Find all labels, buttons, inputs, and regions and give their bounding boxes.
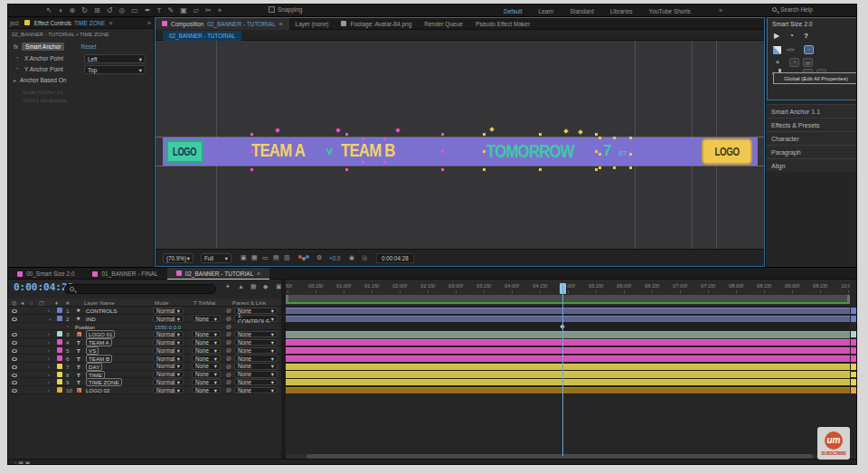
property-select-y-anchor-point[interactable]: Top▾	[84, 65, 146, 74]
workspace-tab-learn[interactable]: Learn	[539, 8, 554, 14]
transparency-grid-icon[interactable]: ▤	[273, 254, 279, 261]
timeline-tab-01-banner-final[interactable]: 01_BANNER - FINAL	[83, 268, 166, 280]
comp-subtab[interactable]: 02_BANNER - TUTORIAL	[163, 31, 241, 41]
composition-mini-flowchart-icon[interactable]: ✦	[225, 283, 231, 290]
code-icon[interactable]: </>	[787, 47, 795, 52]
anchor-point-icon[interactable]	[578, 129, 583, 135]
resolution-gear-icon[interactable]: ⚙	[316, 254, 322, 261]
tool-rotate-icon[interactable]: ↺	[107, 5, 113, 16]
tool-camera-icon[interactable]: ◎	[118, 5, 125, 16]
selection-handle[interactable]	[345, 168, 348, 171]
mode-select[interactable]: Normal▾	[153, 371, 184, 378]
layer-name[interactable]: TIME	[86, 371, 105, 379]
mode-select[interactable]: Normal▾	[153, 355, 184, 362]
magnification-select[interactable]: (70.9%)▾	[163, 253, 193, 263]
project-tab-partial[interactable]: ject	[8, 20, 19, 26]
selection-handle[interactable]	[629, 166, 632, 169]
layer-label-color[interactable]	[57, 364, 62, 369]
panel-menu-icon[interactable]: ≡	[257, 270, 260, 277]
pickwhip-icon[interactable]: @	[226, 316, 231, 321]
twirl-closed-icon[interactable]: ›	[48, 308, 50, 313]
banner-logo-right[interactable]: LOGO	[702, 138, 752, 165]
selection-handle[interactable]	[599, 166, 601, 169]
pickwhip-icon[interactable]: @	[226, 356, 231, 361]
mode-select[interactable]: Normal▾	[153, 331, 184, 338]
guides-icon[interactable]: ▥	[284, 254, 290, 261]
layer-row-day[interactable]: ›7TDAYNormal▾None▾@None▾	[8, 363, 281, 371]
selection-handle[interactable]	[539, 168, 542, 171]
panel-menu-icon[interactable]: ≡	[108, 20, 112, 26]
workspace-tab-standard[interactable]: Standard	[570, 8, 593, 14]
parent-select[interactable]: None▾	[234, 363, 278, 370]
play-icon[interactable]: ▶	[774, 32, 779, 40]
motion-blur-icon[interactable]: ◆	[263, 283, 268, 290]
work-area-bar[interactable]	[286, 295, 850, 302]
layer-row-team-b[interactable]: ›6TTEAM BNormal▾None▾@None▾	[8, 355, 281, 363]
subscribe-watermark[interactable]: um SUBSCRIBE	[817, 427, 850, 460]
layer-bar-logo-02[interactable]	[286, 387, 850, 393]
tool-puppet-icon[interactable]: ⌖	[218, 5, 222, 16]
show-snapshot-icon[interactable]: ◎	[362, 254, 367, 261]
track-area[interactable]	[286, 307, 850, 394]
visibility-eye-icon[interactable]	[12, 318, 17, 321]
viewer-tab-layer-none-[interactable]: Layer (none)	[289, 18, 335, 30]
layer-bar-day[interactable]	[286, 364, 850, 370]
selection-handle[interactable]	[362, 137, 364, 140]
selection-handle[interactable]	[250, 168, 253, 171]
layer-name[interactable]: TEAM A	[86, 338, 112, 346]
timeline-tab-00-smart-size-2-0[interactable]: 00_Smart Size 2.0	[8, 268, 83, 280]
exposure-value[interactable]: +0.0	[329, 255, 340, 261]
tool-zoom-icon[interactable]: ⊕	[70, 5, 76, 16]
parent-select[interactable]: None▾	[234, 331, 278, 338]
viewer-tab-footage-avatar-84-png[interactable]: Footage: Avatar-84.png	[335, 18, 418, 30]
layer-name[interactable]: CONTROLS	[86, 308, 117, 314]
selection-handle[interactable]	[613, 137, 616, 139]
effect-controls-tab[interactable]: Effect Controls	[34, 20, 71, 26]
visibility-eye-icon[interactable]	[12, 357, 17, 361]
layer-bar-ind[interactable]	[286, 316, 850, 322]
visibility-eye-icon[interactable]	[12, 333, 17, 337]
parent-select[interactable]: None▾	[234, 371, 278, 378]
banner-logo-left[interactable]: LOGO	[166, 140, 203, 163]
twirl-closed-icon[interactable]: ›	[48, 364, 50, 369]
property-value[interactable]: 1550.0,0.0	[155, 324, 181, 330]
selection-handle[interactable]	[441, 150, 444, 153]
draft3d-icon[interactable]: ▲	[238, 283, 244, 289]
layer-name[interactable]: LOGO 01	[86, 330, 115, 338]
trkmat-select[interactable]: None▾	[192, 387, 221, 394]
tool-clone-stamp-icon[interactable]: ▣	[180, 5, 187, 16]
layer-label-color[interactable]	[57, 379, 62, 384]
clock-button[interactable]: ◔	[789, 58, 799, 67]
workspace-tab-default[interactable]: Default	[504, 8, 523, 14]
tool-hand-icon[interactable]: ◖	[59, 5, 63, 16]
selection-handle[interactable]	[613, 166, 616, 169]
stopwatch-icon[interactable]: ◔	[15, 66, 19, 71]
anchor-point-icon[interactable]	[335, 128, 341, 133]
parent-select[interactable]: None▾	[234, 355, 278, 362]
effect-group-row[interactable]: ▸ Anchor Based On	[14, 77, 66, 83]
parent-select[interactable]: None▾	[234, 379, 278, 386]
trkmat-select[interactable]: None▾	[192, 331, 221, 338]
panel-effects-presets[interactable]: Effects & Presets	[766, 118, 857, 131]
vs-text[interactable]: v	[326, 144, 333, 157]
smart-size-title[interactable]: Smart Size 2.0	[768, 18, 857, 30]
visibility-eye-icon[interactable]	[12, 389, 17, 393]
twirl-closed-icon[interactable]: ›	[48, 372, 50, 377]
layer-label-color[interactable]	[57, 356, 62, 361]
layer-label-color[interactable]	[57, 331, 62, 337]
selection-handle[interactable]	[441, 168, 444, 171]
layer-bar-logo-01[interactable]	[286, 331, 850, 337]
layer-button[interactable]: ▭	[803, 58, 813, 67]
selection-handle[interactable]	[629, 137, 632, 139]
team-a-text[interactable]: TEAM A	[251, 139, 305, 161]
global-clock-button[interactable]: ◔	[804, 45, 814, 54]
layer-name[interactable]: VS	[86, 346, 99, 355]
mode-select[interactable]: Normal▾	[153, 339, 184, 346]
visibility-eye-icon[interactable]	[12, 309, 17, 313]
layer-name[interactable]: TEAM B	[86, 355, 112, 363]
layer-name[interactable]: DAY	[86, 363, 102, 371]
layer-bar-team-b[interactable]	[286, 356, 850, 362]
tool-roto-brush-icon[interactable]: ✂	[205, 5, 212, 16]
mode-select[interactable]: Normal▾	[153, 379, 184, 386]
effect-name[interactable]: Smart Anchor	[22, 43, 64, 51]
